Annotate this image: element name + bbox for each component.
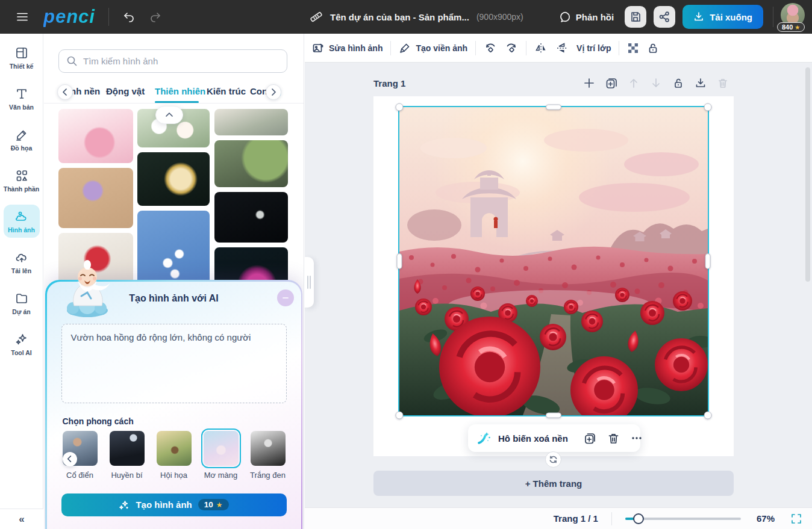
stock-image-cream-flower[interactable] (137, 152, 210, 206)
duplicate-element-button[interactable] (584, 432, 596, 445)
sidebar-item-design[interactable]: Thiết kế (4, 41, 40, 74)
zoom-slider[interactable] (625, 513, 741, 524)
resize-handle-bottom[interactable] (546, 413, 561, 418)
ruler-icon[interactable] (310, 10, 323, 23)
canvas-area: Sửa hình ảnh Tạo viền ảnh (305, 34, 812, 529)
create-border-button[interactable]: Tạo viền ảnh (399, 42, 467, 54)
style-option-huyen-bi[interactable]: Huyền bí (110, 431, 145, 480)
move-page-down-button[interactable] (650, 77, 662, 89)
download-button[interactable]: Tải xuống (682, 5, 763, 29)
zoom-slider-knob[interactable] (633, 513, 644, 524)
image-search[interactable] (58, 49, 287, 73)
search-input[interactable] (83, 56, 280, 66)
magic-wand-icon (476, 430, 492, 446)
style-thumbnail (110, 431, 145, 466)
zoom-level: 67% (757, 513, 775, 524)
delete-element-button[interactable] (607, 432, 620, 445)
stock-image-street[interactable] (214, 109, 288, 135)
resize-handle-left[interactable] (397, 253, 402, 269)
tab-thien-nhien[interactable]: Thiên nhiên (155, 86, 205, 96)
resize-handle-bottom-left[interactable] (396, 412, 404, 419)
canvas-scrollbar[interactable] (805, 67, 810, 282)
minimize-ai-card-button[interactable] (277, 289, 294, 306)
header-actions: Phản hồi Tải xuống 840 ★ (559, 3, 807, 31)
add-page-button[interactable]: + Thêm trang (373, 471, 734, 496)
resize-handle-top[interactable] (546, 105, 561, 110)
chat-bubble-icon (559, 11, 571, 23)
download-page-button[interactable] (695, 77, 707, 89)
tab-dong-vat[interactable]: Động vật (106, 86, 145, 96)
status-bar: Trang 1 / 1 67% (305, 507, 812, 529)
stock-image-night-boat[interactable] (214, 192, 288, 243)
credits-badge[interactable]: 840 ★ (777, 22, 805, 32)
stock-image-tree-bus[interactable] (214, 140, 288, 187)
more-options-button[interactable] (631, 432, 643, 444)
tabs-scroll-right-button[interactable] (266, 84, 281, 100)
flip-horizontal-button[interactable] (534, 42, 548, 55)
project-size: (900x900px) (476, 12, 523, 22)
components-icon (14, 169, 29, 183)
edit-image-icon (312, 42, 324, 54)
transparency-button[interactable] (627, 42, 639, 54)
divider (390, 41, 391, 55)
fullscreen-icon[interactable] (790, 513, 802, 525)
divider (619, 41, 619, 55)
resize-handle-top-left[interactable] (396, 104, 404, 111)
images-icon (14, 209, 29, 224)
generate-image-button[interactable]: Tạo hình ảnh 10 ★ (61, 493, 287, 516)
flip-vertical-button[interactable] (555, 42, 569, 55)
text-icon (14, 87, 29, 101)
redo-button[interactable] (149, 10, 162, 23)
tabs-scroll-left-button[interactable] (57, 84, 73, 100)
stock-image-lilac-bouquet[interactable] (58, 168, 133, 228)
upload-icon (14, 250, 29, 265)
tab-hinh-nen[interactable]: nh nền (70, 86, 100, 96)
design-page[interactable] (373, 96, 734, 456)
move-page-up-button[interactable] (628, 77, 640, 89)
selected-image-rose-garden[interactable] (399, 107, 708, 415)
style-option-trang-den[interactable]: Trắng đen (251, 431, 286, 480)
rotate-left-button[interactable] (484, 42, 497, 55)
resize-handle-top-right[interactable] (704, 104, 712, 111)
context-toolbar: Sửa hình ảnh Tạo viền ảnh (305, 34, 812, 63)
share-button[interactable] (654, 6, 675, 28)
lock-button[interactable] (647, 42, 659, 54)
collapse-grid-button[interactable] (155, 106, 183, 124)
collapse-sidebar-button[interactable]: « (0, 509, 43, 529)
ai-tools-icon (14, 332, 29, 347)
panel-drag-handle[interactable] (304, 257, 314, 308)
style-option-mo-mang[interactable]: Mơ màng (204, 431, 239, 480)
resize-handle-bottom-right[interactable] (704, 412, 712, 419)
sidebar-item-text[interactable]: Văn bản (4, 82, 40, 115)
rotate-right-button[interactable] (505, 42, 518, 55)
duplicate-page-button[interactable] (605, 77, 617, 89)
app-window: penci Tên dự án của bạn - Sản phẩm... (9… (0, 0, 812, 529)
styles-scroll-left-button[interactable] (63, 452, 77, 466)
lock-page-button[interactable] (672, 77, 684, 89)
delete-page-button[interactable] (717, 77, 729, 89)
feedback-button[interactable]: Phản hồi (559, 11, 614, 23)
images-panel: nh nền Động vật Thiên nhiên Kiến trúc Co… (44, 34, 304, 529)
search-icon (66, 55, 78, 67)
ai-prompt-input[interactable]: Vườn hoa hồng đỏ rộng lớn, không có ngườ… (61, 324, 287, 403)
add-page-icon-button[interactable] (583, 77, 595, 89)
sidebar-item-images[interactable]: Hình ảnh (4, 205, 40, 238)
edit-image-button[interactable]: Sửa hình ảnh (312, 42, 383, 54)
tab-kien-truc[interactable]: Kiến trúc (207, 86, 246, 96)
resize-handle-right[interactable] (705, 253, 711, 269)
app-logo[interactable]: penci (43, 6, 95, 28)
sidebar-item-graphics[interactable]: Đồ họa (4, 123, 40, 156)
regenerate-button[interactable] (545, 451, 561, 468)
sidebar-item-components[interactable]: Thành phần (4, 164, 40, 197)
sidebar-item-ai-tools[interactable]: Tool AI (4, 327, 40, 360)
sidebar-item-projects[interactable]: Dự án (4, 286, 40, 320)
style-option-hoi-hoa[interactable]: Hội họa (157, 431, 192, 480)
layer-position-button[interactable]: Vị trí lớp (576, 43, 611, 53)
project-title[interactable]: Tên dự án của bạn - Sản phẩm... (330, 12, 469, 22)
sidebar-item-upload[interactable]: Tải lên (4, 246, 40, 279)
save-button[interactable] (625, 6, 646, 28)
undo-button[interactable] (122, 10, 136, 23)
stock-image-pink-roses[interactable] (58, 109, 133, 163)
remove-background-button[interactable]: Hô biến xoá nền (498, 433, 568, 444)
menu-icon[interactable] (16, 10, 29, 23)
